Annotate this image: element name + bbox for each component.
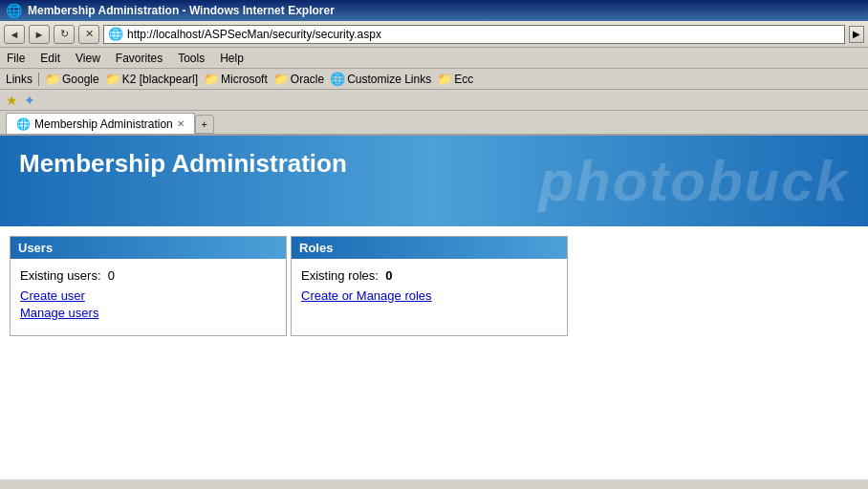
ie-icon: 🌐 [6, 3, 22, 18]
manage-users-link[interactable]: Manage users [20, 306, 276, 320]
menu-favorites[interactable]: Favorites [113, 51, 165, 66]
link-google-label: Google [62, 73, 99, 86]
main-content: Users Existing users: 0 Create user Mana… [0, 226, 868, 346]
page-header: Membership Administration photobuck [0, 136, 868, 226]
users-stat-label: Existing users: [20, 268, 101, 283]
menu-help[interactable]: Help [217, 51, 247, 66]
menu-file[interactable]: File [4, 51, 28, 66]
folder-icon-ms: 📁 [204, 72, 219, 86]
address-icon: 🌐 [108, 27, 123, 41]
folder-icon-k2: 📁 [105, 72, 120, 86]
create-user-link[interactable]: Create user [20, 288, 276, 303]
refresh-button[interactable]: ↻ [54, 25, 75, 44]
stop-button[interactable]: ✕ [78, 25, 99, 44]
panels-row: Users Existing users: 0 Create user Mana… [10, 236, 858, 336]
link-ecc[interactable]: 📁 Ecc [437, 72, 473, 86]
favorites-star[interactable]: ★ [6, 93, 18, 108]
link-k2[interactable]: 📁 K2 [blackpearl] [105, 72, 198, 86]
ie-tab-icon: 🌐 [16, 117, 31, 131]
users-panel-body: Existing users: 0 Create user Manage use… [11, 259, 286, 335]
menu-edit[interactable]: Edit [37, 51, 63, 66]
links-separator [38, 73, 39, 86]
add-favorite[interactable]: ✦ [24, 93, 35, 108]
link-oracle[interactable]: 📁 Oracle [273, 72, 324, 86]
title-bar: 🌐 Membership Administration - Windows In… [0, 0, 868, 21]
page-title: Membership Administration [19, 149, 347, 178]
watermark: photobuck [538, 136, 868, 226]
users-stat-value: 0 [108, 268, 115, 283]
tab-close-button[interactable]: ✕ [177, 118, 184, 129]
tab-label: Membership Administration [34, 117, 173, 131]
roles-stat: Existing roles: 0 [301, 268, 557, 283]
new-tab-button[interactable]: + [195, 115, 214, 134]
go-button[interactable]: ▶ [849, 26, 864, 43]
page-content: Membership Administration photobuck User… [0, 136, 868, 479]
roles-stat-value: 0 [385, 268, 392, 283]
roles-panel-header: Roles [292, 237, 567, 259]
link-google[interactable]: 📁 Google [45, 72, 99, 86]
folder-icon-ecc: 📁 [437, 72, 452, 86]
active-tab[interactable]: 🌐 Membership Administration ✕ [6, 113, 195, 134]
users-panel-header: Users [11, 237, 286, 259]
tab-bar: 🌐 Membership Administration ✕ + [0, 111, 868, 136]
links-label: Links [6, 73, 33, 86]
link-microsoft[interactable]: 📁 Microsoft [204, 72, 268, 86]
create-manage-roles-link[interactable]: Create or Manage roles [301, 288, 557, 303]
menu-bar: File Edit View Favorites Tools Help [0, 48, 868, 69]
forward-button[interactable]: ► [29, 25, 50, 44]
link-ecc-label: Ecc [454, 73, 473, 86]
folder-icon: 📁 [45, 72, 60, 86]
link-k2-label: K2 [blackpearl] [122, 73, 198, 86]
menu-view[interactable]: View [73, 51, 103, 66]
link-customize-label: Customize Links [347, 73, 431, 86]
links-bar: Links 📁 Google 📁 K2 [blackpearl] 📁 Micro… [0, 69, 868, 90]
users-stat: Existing users: 0 [20, 268, 276, 283]
nav-bar: ◄ ► ↻ ✕ 🌐 http://localhost/ASPSecMan/sec… [0, 21, 868, 48]
address-bar[interactable]: 🌐 http://localhost/ASPSecMan/security/se… [103, 25, 845, 44]
roles-panel-body: Existing roles: 0 Create or Manage roles [292, 259, 567, 335]
users-panel: Users Existing users: 0 Create user Mana… [10, 236, 287, 336]
back-button[interactable]: ◄ [4, 25, 25, 44]
menu-tools[interactable]: Tools [175, 51, 207, 66]
link-customize[interactable]: 🌐 Customize Links [330, 72, 431, 86]
roles-panel: Roles Existing roles: 0 Create or Manage… [291, 236, 568, 336]
window-title: Membership Administration - Windows Inte… [28, 4, 335, 17]
favorites-bar: ★ ✦ [0, 90, 868, 111]
link-oracle-label: Oracle [291, 73, 324, 86]
link-microsoft-label: Microsoft [221, 73, 268, 86]
ie-icon-small: 🌐 [330, 72, 345, 86]
roles-stat-label: Existing roles: [301, 268, 379, 283]
address-text: http://localhost/ASPSecMan/security/secu… [127, 28, 840, 41]
folder-icon-oracle: 📁 [273, 72, 289, 86]
